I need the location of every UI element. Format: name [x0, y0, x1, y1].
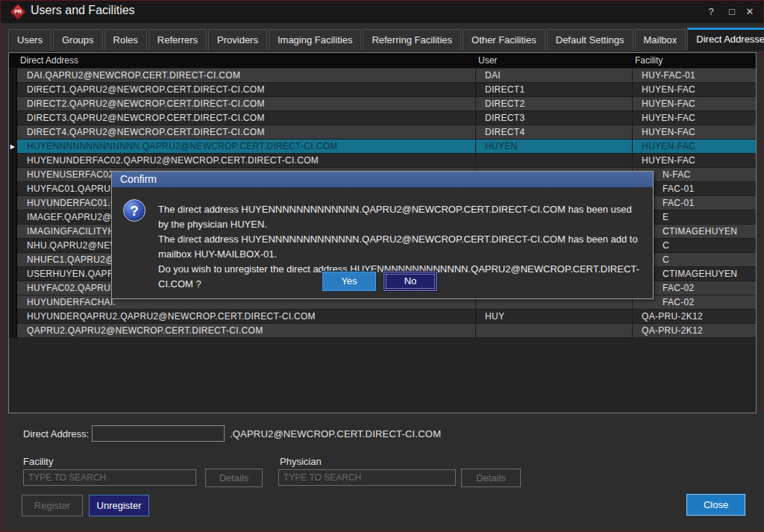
facility-label: Facility	[23, 456, 53, 467]
no-button[interactable]: No	[383, 272, 437, 291]
cell-direct-address: DIRECT1.QAPRU2@NEWCROP.CERT.DIRECT-CI.CO…	[18, 83, 475, 97]
row-indicator	[9, 125, 17, 140]
cell-direct-address: DIRECT3.QAPRU2@NEWCROP.CERT.DIRECT-CI.CO…	[18, 111, 475, 125]
maximize-button[interactable]: □	[723, 4, 741, 20]
tab-groups[interactable]: Groups	[53, 29, 103, 51]
row-indicator	[9, 210, 17, 225]
cell-user: DIRECT1	[475, 83, 632, 97]
tab-default-settings[interactable]: Default Settings	[547, 29, 633, 51]
cell-user	[475, 324, 632, 338]
table-row[interactable]: ▶HUYENNNNNNNNNNNNN.QAPRU2@NEWCROP.CERT.D…	[9, 140, 756, 154]
row-indicator	[9, 111, 17, 125]
tab-providers[interactable]: Providers	[208, 29, 267, 51]
cell-direct-address: QAPRU2.QAPRU2@NEWCROP.CERT.DIRECT-CI.COM	[18, 324, 475, 338]
help-button[interactable]: ?	[702, 4, 720, 20]
cell-user: HUY	[475, 310, 632, 324]
direct-address-label: Direct Address:	[23, 428, 89, 439]
grid-header-row: Direct Address User Facility	[9, 53, 756, 68]
unregister-button[interactable]: Unregister	[89, 495, 149, 516]
table-row[interactable]: DIRECT4.QAPRU2@NEWCROP.CERT.DIRECT-CI.CO…	[9, 125, 756, 140]
confirm-dialog-buttons: Yes No	[322, 272, 437, 291]
window-close-button[interactable]: ✕	[741, 4, 759, 20]
question-icon: ?	[123, 199, 145, 222]
row-indicator	[9, 324, 17, 338]
dialog-message-line: The direct address HUYENNNNNNNNNNNNN.QAP…	[158, 232, 642, 262]
cell-facility: HUYEN-FAC	[632, 83, 756, 97]
table-row[interactable]: DIRECT2.QAPRU2@NEWCROP.CERT.DIRECT-CI.CO…	[9, 97, 756, 111]
bottom-form-panel: Direct Address: .QAPRU2@NEWCROP.CERT.DIR…	[1, 413, 764, 531]
row-indicator	[9, 196, 17, 210]
row-indicator	[9, 182, 17, 196]
tab-referrers[interactable]: Referrers	[148, 29, 207, 51]
cell-direct-address: HUYUNDERQAPRU2.QAPRU2@NEWCROP.CERT.DIREC…	[18, 310, 475, 324]
tab-roles[interactable]: Roles	[104, 29, 147, 51]
cell-user	[475, 154, 632, 168]
cell-facility: HUYEN-FAC	[632, 140, 756, 154]
physician-details-button[interactable]: Details	[461, 469, 521, 487]
facility-details-button[interactable]: Details	[205, 469, 263, 487]
cell-facility: HUY-FAC-01	[632, 69, 756, 83]
cell-direct-address: DIRECT4.QAPRU2@NEWCROP.CERT.DIRECT-CI.CO…	[18, 125, 475, 140]
yes-button[interactable]: Yes	[322, 272, 376, 291]
window-title: Users and Facilities	[31, 4, 135, 17]
cell-facility: HUYEN-FAC	[632, 154, 756, 168]
physician-label: Physician	[280, 456, 322, 467]
cell-direct-address: HUYENUNDERFAC02.QAPRU2@NEWCROP.CERT.DIRE…	[18, 154, 475, 168]
table-row[interactable]: QAPRU2.QAPRU2@NEWCROP.CERT.DIRECT-CI.COM…	[9, 324, 756, 338]
cell-direct-address: DIRECT2.QAPRU2@NEWCROP.CERT.DIRECT-CI.CO…	[18, 97, 475, 111]
row-indicator	[9, 281, 17, 295]
app-logo-icon: PR	[10, 4, 27, 21]
tab-other-facilities[interactable]: Other Facilities	[463, 29, 545, 51]
tab-bar: UsersGroupsRolesReferrersProvidersImagin…	[8, 28, 764, 51]
row-indicator	[9, 225, 17, 239]
cell-facility: HUYEN-FAC	[632, 125, 756, 140]
cell-facility: QA-PRU-2K12	[632, 324, 756, 338]
cell-user: DIRECT2	[475, 97, 632, 111]
physician-search-input[interactable]	[278, 469, 456, 486]
close-button[interactable]: Close	[686, 494, 745, 516]
cell-user: DAI	[475, 69, 632, 83]
table-row[interactable]: DIRECT3.QAPRU2@NEWCROP.CERT.DIRECT-CI.CO…	[9, 111, 756, 125]
cell-facility: HUYEN-FAC	[632, 97, 756, 111]
cell-user: DIRECT4	[475, 125, 632, 140]
table-row[interactable]: HUYENUNDERFAC02.QAPRU2@NEWCROP.CERT.DIRE…	[9, 154, 756, 168]
confirm-dialog: Confirm ? The direct address HUYENNNNNNN…	[111, 171, 654, 299]
row-indicator	[9, 295, 17, 310]
row-indicator	[9, 154, 17, 168]
selected-row-indicator-icon: ▶	[9, 140, 17, 154]
cell-user: DIRECT3	[475, 111, 632, 125]
cell-direct-address: HUYENNNNNNNNNNNNN.QAPRU2@NEWCROP.CERT.DI…	[18, 140, 475, 154]
column-header-facility[interactable]: Facility	[632, 53, 756, 68]
row-indicator	[9, 83, 17, 97]
tab-imaging-facilities[interactable]: Imaging Facilities	[269, 29, 361, 51]
row-indicator	[9, 310, 17, 324]
row-indicator	[9, 97, 17, 111]
row-indicator	[9, 69, 17, 83]
row-indicator	[9, 253, 17, 267]
row-indicator	[9, 168, 17, 182]
cell-facility: QA-PRU-2K12	[632, 310, 756, 324]
facility-search-input[interactable]	[23, 469, 196, 486]
table-row[interactable]: HUYUNDERQAPRU2.QAPRU2@NEWCROP.CERT.DIREC…	[9, 310, 756, 324]
confirm-dialog-title: Confirm	[112, 172, 653, 187]
tab-referring-facilities[interactable]: Referring Facilities	[363, 29, 461, 51]
dialog-message-line: The direct address HUYENNNNNNNNNNNNN.QAP…	[158, 202, 642, 232]
tab-mailbox[interactable]: Mailbox	[635, 29, 686, 51]
cell-facility: HUYEN-FAC	[632, 111, 756, 125]
direct-address-input[interactable]	[92, 425, 225, 442]
app-window: PR Users and Facilities ? □ ✕ UsersGroup…	[0, 0, 764, 532]
tab-users[interactable]: Users	[8, 29, 51, 51]
title-bar: PR Users and Facilities ? □ ✕	[1, 1, 763, 23]
direct-address-suffix: .QAPRU2@NEWCROP.CERT.DIRECT-CI.COM	[230, 428, 441, 439]
register-button[interactable]: Register	[22, 495, 83, 516]
cell-user: HUYEN	[475, 140, 632, 154]
table-row[interactable]: DAI.QAPRU2@NEWCROP.CERT.DIRECT-CI.COMDAI…	[9, 69, 756, 83]
row-indicator	[9, 267, 17, 281]
table-row[interactable]: DIRECT1.QAPRU2@NEWCROP.CERT.DIRECT-CI.CO…	[9, 83, 756, 97]
column-header-user[interactable]: User	[475, 53, 632, 68]
cell-direct-address: DAI.QAPRU2@NEWCROP.CERT.DIRECT-CI.COM	[18, 69, 475, 83]
row-indicator	[9, 239, 17, 253]
column-header-direct-address[interactable]: Direct Address	[17, 53, 475, 68]
tab-direct-addresses[interactable]: Direct Addresses	[687, 28, 764, 51]
